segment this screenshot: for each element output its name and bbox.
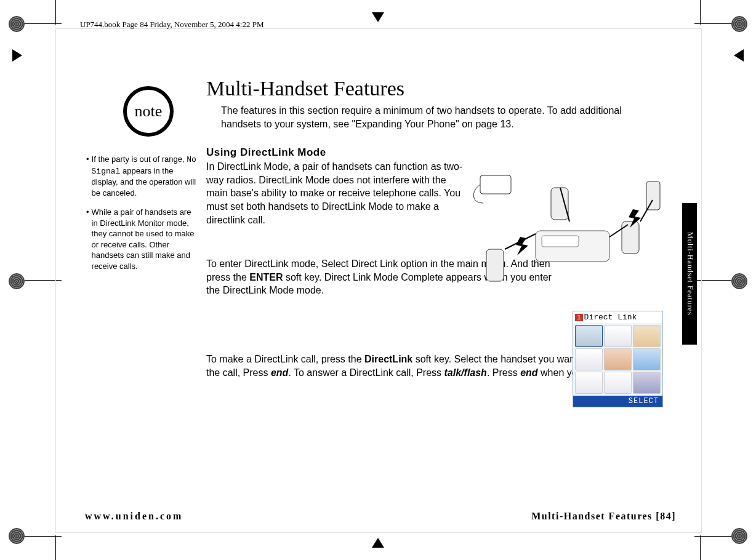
lcd-menu-icon bbox=[575, 372, 603, 394]
svg-rect-4 bbox=[551, 188, 568, 220]
directlink-key-label: DirectLink bbox=[364, 354, 412, 364]
page-footer: www.uniden.com Multi-Handset Features [8… bbox=[85, 511, 676, 522]
text: . Press bbox=[487, 367, 520, 378]
lcd-menu-icon bbox=[604, 348, 632, 370]
lcd-icon-grid bbox=[573, 323, 662, 396]
end-key-label: end bbox=[271, 367, 288, 378]
registration-mark-icon bbox=[731, 528, 747, 544]
note-badge: note bbox=[123, 86, 174, 137]
lcd-menu-icon bbox=[633, 372, 661, 394]
note-bullet: • If the party is out of range, No Signa… bbox=[86, 154, 197, 198]
lcd-title: Direct Link bbox=[584, 313, 637, 322]
note-text: If the party is out of range, bbox=[92, 154, 187, 164]
svg-rect-5 bbox=[646, 182, 660, 210]
lcd-menu-icon bbox=[633, 325, 661, 347]
crop-mark-icon bbox=[55, 0, 56, 25]
lcd-menu-icon bbox=[604, 372, 632, 394]
intro-paragraph: The features in this section require a m… bbox=[221, 104, 662, 130]
crop-mark-icon bbox=[55, 535, 56, 560]
registration-mark-icon bbox=[9, 528, 25, 544]
lcd-index-badge: 1 bbox=[575, 314, 583, 321]
bullet-icon: • bbox=[86, 207, 89, 271]
crop-mark-icon bbox=[25, 536, 62, 537]
running-head: UP744.book Page 84 Friday, November 5, 2… bbox=[80, 20, 264, 30]
footer-section-page: Multi-Handset Features [84] bbox=[531, 511, 676, 522]
note-body: • If the party is out of range, No Signa… bbox=[86, 154, 197, 280]
triangle-icon bbox=[12, 49, 22, 62]
text: . To answer a DirectLink call, Press bbox=[288, 367, 444, 378]
svg-rect-1 bbox=[542, 236, 579, 247]
lcd-menu-icon bbox=[575, 325, 603, 347]
triangle-icon bbox=[734, 49, 744, 62]
crop-mark-icon bbox=[700, 535, 701, 560]
triangle-icon bbox=[372, 538, 384, 548]
end-key-label: end bbox=[520, 367, 537, 378]
footer-url: www.uniden.com bbox=[85, 511, 183, 522]
text: To make a DirectLink call, press the bbox=[206, 354, 364, 364]
enter-key-label: ENTER bbox=[249, 272, 283, 282]
section-subhead: Using DirectLink Mode bbox=[206, 146, 662, 159]
lcd-softkey-select: SELECT bbox=[573, 396, 662, 407]
crop-mark-icon bbox=[25, 23, 62, 24]
side-tab: Multi-Handset Features bbox=[682, 203, 697, 345]
page-title: Multi-Handset Features bbox=[206, 77, 662, 100]
talk-flash-key-label: talk/flash bbox=[444, 367, 487, 378]
lcd-menu-icon bbox=[604, 325, 632, 347]
lcd-titlebar: 1Direct Link bbox=[573, 311, 662, 323]
svg-rect-2 bbox=[486, 249, 504, 281]
registration-mark-icon bbox=[9, 16, 25, 32]
note-badge-label: note bbox=[135, 102, 163, 121]
registration-mark-icon bbox=[9, 273, 25, 289]
triangle-icon bbox=[372, 12, 384, 22]
registration-mark-icon bbox=[731, 273, 747, 289]
lcd-screenshot: 1Direct Link SELECT bbox=[573, 311, 663, 407]
svg-rect-8 bbox=[480, 175, 511, 194]
phone-system-illustration bbox=[468, 163, 665, 286]
lcd-menu-icon bbox=[633, 348, 661, 370]
paragraph: In DirectLink Mode, a pair of handsets c… bbox=[206, 160, 465, 226]
note-bullet: • While a pair of handsets are in Direct… bbox=[86, 207, 197, 271]
bullet-icon: • bbox=[86, 154, 89, 198]
registration-mark-icon bbox=[731, 16, 747, 32]
crop-mark-icon bbox=[700, 0, 701, 25]
lcd-menu-icon bbox=[575, 348, 603, 370]
note-text: While a pair of handsets are in DirectLi… bbox=[92, 207, 197, 271]
svg-marker-6 bbox=[516, 237, 528, 255]
